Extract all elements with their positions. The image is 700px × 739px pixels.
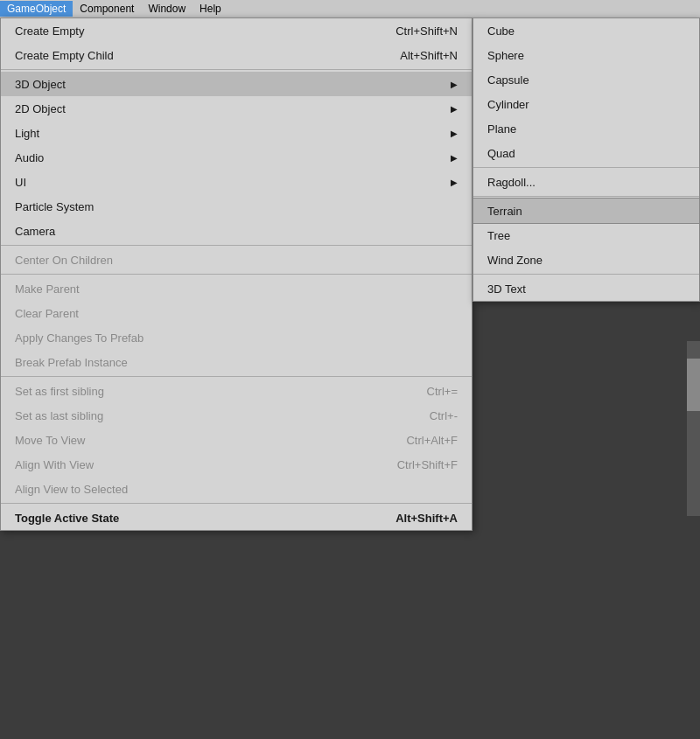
menu-item-create-empty-child[interactable]: Create Empty Child Alt+Shift+N: [1, 43, 472, 67]
menu-item-toggle-active-state-label: Toggle Active State: [15, 512, 119, 525]
menu-item-align-with-view[interactable]: Align With View Ctrl+Shift+F: [1, 452, 472, 477]
menu-item-move-to-view-shortcut: Ctrl+Alt+F: [406, 434, 458, 447]
submenu-item-cube[interactable]: Cube: [473, 18, 699, 43]
submenu-item-tree[interactable]: Tree: [473, 223, 699, 247]
menu-bar-help[interactable]: Help: [192, 1, 228, 17]
menu-item-ui[interactable]: UI ▶: [1, 170, 472, 194]
submenu-item-wind-zone[interactable]: Wind Zone: [473, 247, 699, 272]
menu-item-create-empty-shortcut: Ctrl+Shift+N: [396, 24, 458, 38]
scrollbar-track[interactable]: [687, 341, 700, 516]
submenu-item-plane-label: Plane: [487, 122, 516, 136]
submenu-item-cylinder[interactable]: Cylinder: [473, 92, 699, 116]
menu-item-align-view-to-selected[interactable]: Align View to Selected: [1, 477, 472, 501]
submenu-item-ragdoll[interactable]: Ragdoll...: [473, 170, 699, 194]
menu-item-center-on-children-label: Center On Children: [15, 254, 113, 267]
arrow-icon-2d-object: ▶: [451, 104, 458, 114]
menu-item-light-label: Light: [15, 127, 39, 140]
menu-item-apply-changes-to-prefab-label: Apply Changes To Prefab: [15, 331, 144, 345]
menu-item-toggle-active-state[interactable]: Toggle Active State Alt+Shift+A: [1, 505, 472, 530]
menu-item-create-empty[interactable]: Create Empty Ctrl+Shift+N: [1, 18, 472, 43]
submenu-item-terrain[interactable]: Terrain: [473, 199, 699, 223]
submenu-item-sphere-label: Sphere: [487, 49, 524, 62]
menu-item-2d-object-label: 2D Object: [15, 102, 66, 115]
menu-item-2d-object[interactable]: 2D Object ▶: [1, 96, 472, 121]
menu-item-set-as-last-sibling-label: Set as last sibling: [15, 409, 103, 422]
menu-item-make-parent-label: Make Parent: [15, 282, 80, 296]
menu-item-create-empty-label: Create Empty: [15, 24, 84, 38]
menu-item-break-prefab-instance[interactable]: Break Prefab Instance: [1, 350, 472, 374]
menu-item-3d-object-label: 3D Object: [15, 78, 66, 91]
menu-item-align-with-view-label: Align With View: [15, 458, 94, 471]
menu-item-align-view-to-selected-label: Align View to Selected: [15, 483, 128, 496]
menu-item-set-as-first-sibling[interactable]: Set as first sibling Ctrl+=: [1, 379, 472, 403]
menu-bar-component[interactable]: Component: [73, 1, 141, 17]
separator-1: [1, 69, 472, 70]
scrollbar-thumb[interactable]: [687, 359, 700, 411]
menu-item-ui-label: UI: [15, 176, 26, 189]
menu-bar-window[interactable]: Window: [141, 1, 192, 17]
submenu-item-plane[interactable]: Plane: [473, 116, 699, 141]
menu-item-clear-parent-label: Clear Parent: [15, 307, 79, 320]
arrow-icon-ui: ▶: [451, 178, 458, 187]
submenu-item-tree-label: Tree: [487, 229, 510, 242]
menu-bar-gameobject[interactable]: GameObject: [0, 1, 73, 17]
main-menu: Create Empty Ctrl+Shift+N Create Empty C…: [0, 17, 472, 531]
arrow-icon-light: ▶: [451, 129, 458, 138]
menu-item-set-as-first-sibling-label: Set as first sibling: [15, 385, 104, 398]
separator-2: [1, 245, 472, 246]
submenu-item-3d-text[interactable]: 3D Text: [473, 276, 699, 301]
menu-item-camera[interactable]: Camera: [1, 219, 472, 243]
menu-item-light[interactable]: Light ▶: [1, 121, 472, 145]
arrow-icon-3d-object: ▶: [451, 80, 458, 89]
submenu-item-quad-label: Quad: [487, 147, 515, 160]
submenu-item-ragdoll-label: Ragdoll...: [487, 176, 536, 189]
menu-item-move-to-view[interactable]: Move To View Ctrl+Alt+F: [1, 428, 472, 452]
menu-item-apply-changes-to-prefab[interactable]: Apply Changes To Prefab: [1, 325, 472, 350]
submenu-item-3d-text-label: 3D Text: [487, 282, 526, 296]
menu-item-create-empty-child-shortcut: Alt+Shift+N: [400, 49, 458, 62]
submenu-item-wind-zone-label: Wind Zone: [487, 254, 542, 267]
submenu-item-capsule[interactable]: Capsule: [473, 67, 699, 92]
separator-3: [1, 274, 472, 275]
separator-5: [1, 503, 472, 504]
menu-item-3d-object[interactable]: 3D Object ▶: [1, 72, 472, 96]
menu-item-set-as-last-sibling[interactable]: Set as last sibling Ctrl+-: [1, 403, 472, 428]
menu-item-align-with-view-shortcut: Ctrl+Shift+F: [397, 458, 458, 471]
menu-item-set-as-first-sibling-shortcut: Ctrl+=: [427, 385, 458, 398]
menu-item-audio[interactable]: Audio ▶: [1, 145, 472, 170]
submenu-separator-1: [473, 167, 699, 168]
submenu-item-capsule-label: Capsule: [487, 73, 529, 87]
menu-item-set-as-last-sibling-shortcut: Ctrl+-: [430, 409, 458, 422]
submenu-item-cylinder-label: Cylinder: [487, 98, 529, 111]
menu-item-break-prefab-instance-label: Break Prefab Instance: [15, 356, 128, 369]
menu-item-audio-label: Audio: [15, 151, 44, 164]
menu-bar: GameObject Component Window Help: [0, 0, 700, 17]
submenu-item-quad[interactable]: Quad: [473, 141, 699, 165]
submenu-3d-object: Cube Sphere Capsule Cylinder Plane Quad …: [472, 17, 700, 302]
submenu-item-cube-label: Cube: [487, 24, 514, 38]
separator-4: [1, 376, 472, 377]
menu-item-toggle-active-state-shortcut: Alt+Shift+A: [396, 512, 458, 525]
menu-item-center-on-children[interactable]: Center On Children: [1, 247, 472, 272]
submenu-item-sphere[interactable]: Sphere: [473, 43, 699, 67]
menu-item-make-parent[interactable]: Make Parent: [1, 276, 472, 301]
submenu-separator-3: [473, 274, 699, 275]
menu-item-particle-system[interactable]: Particle System: [1, 194, 472, 219]
menu-item-create-empty-child-label: Create Empty Child: [15, 49, 114, 62]
submenu-item-terrain-label: Terrain: [487, 205, 522, 218]
menu-item-camera-label: Camera: [15, 225, 55, 238]
submenu-separator-2: [473, 196, 699, 197]
menu-item-particle-system-label: Particle System: [15, 200, 94, 213]
menu-item-move-to-view-label: Move To View: [15, 434, 85, 447]
arrow-icon-audio: ▶: [451, 153, 458, 163]
menu-item-clear-parent[interactable]: Clear Parent: [1, 301, 472, 325]
